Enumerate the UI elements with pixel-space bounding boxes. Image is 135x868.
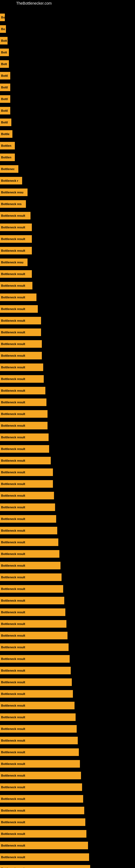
- bar: Bottleneck result: [0, 503, 55, 511]
- bar-label: Bottleneck result: [1, 471, 25, 474]
- bar-item: Bottleneck result: [0, 817, 135, 827]
- bar-label: Bottl: [1, 121, 8, 124]
- bar-label: Bottleneck result: [1, 272, 25, 276]
- bar-label: Bottleneck result: [1, 436, 25, 439]
- bar-label: Bottlen: [1, 156, 11, 159]
- bar-item: Bottleneck result: [0, 782, 135, 792]
- bar-item: Bottleneck result: [0, 304, 135, 314]
- bar-item: Bo: [0, 12, 135, 23]
- bar: Bottleneck result: [0, 772, 81, 779]
- bar-item: Bottleneck result: [0, 560, 135, 571]
- bar: Bottleneck result: [0, 375, 44, 383]
- bar-item: Bottleneck result: [0, 479, 135, 489]
- bar: Bottl: [0, 84, 10, 91]
- bar-item: Bottleneck result: [0, 840, 135, 850]
- bar-item: Bottleneck result: [0, 759, 135, 769]
- bar-item: Bottleneck result: [0, 444, 135, 454]
- bar-item: Bottleneck result: [0, 770, 135, 781]
- bar-item: Bottleneck result: [0, 630, 135, 641]
- bar-item: Bottleneck result: [0, 595, 135, 606]
- bar: Bottleneck result: [0, 538, 58, 546]
- bar: Bottleneck result: [0, 585, 63, 593]
- bar: Bottleneck result: [0, 725, 77, 733]
- bar-item: Bottlenec: [0, 164, 135, 174]
- bar: Bottleneck result: [0, 527, 57, 534]
- bar-item: Bottleneck result: [0, 222, 135, 232]
- bar: Bottl: [0, 107, 10, 115]
- bar: Bottleneck result: [0, 433, 49, 441]
- bar-label: Bottl: [1, 86, 8, 89]
- bar: Bottleneck result: [0, 865, 90, 868]
- bar-item: Bottleneck result: [0, 654, 135, 664]
- bar-item: Bo: [0, 24, 135, 34]
- bar: Bottleneck result: [0, 223, 32, 231]
- bar: Bottleneck result: [0, 713, 76, 721]
- bar-item: Bottleneck result: [0, 362, 135, 372]
- bar-item: Bottleneck result: [0, 735, 135, 746]
- bar-label: Bottleneck result: [1, 681, 25, 684]
- bar-item: Bottleneck resu: [0, 257, 135, 268]
- bar-label: Bottleneck result: [1, 646, 25, 649]
- bar: Bottleneck result: [0, 597, 64, 604]
- bar: Bottleneck result: [0, 842, 88, 849]
- bar-label: Bottleneck result: [1, 389, 25, 392]
- bar-item: Bott: [0, 59, 135, 69]
- bar-label: Bottleneck result: [1, 797, 25, 801]
- bar: Bottleneck result: [0, 620, 66, 628]
- bar-label: Bottleneck result: [1, 564, 25, 567]
- bar-label: Bottleneck result: [1, 482, 25, 486]
- bar-label: Bottleneck result: [1, 716, 25, 719]
- bar-item: Bottleneck result: [0, 421, 135, 431]
- bar-label: Bottleneck result: [1, 704, 25, 707]
- bar: Bottleneck result: [0, 748, 79, 756]
- bar: Bottleneck result: [0, 632, 68, 639]
- bar-label: Bottleneck result: [1, 587, 25, 590]
- bar-label: Bo: [1, 27, 5, 31]
- bar: Bottleneck result: [0, 468, 53, 476]
- bar-item: Bottleneck result: [0, 677, 135, 687]
- bar-item: Bottleneck result: [0, 409, 135, 419]
- bar-label: Bottleneck result: [1, 214, 25, 217]
- bar-label: Bottleneck resu: [1, 261, 24, 264]
- bar-item: Bottleneck result: [0, 397, 135, 407]
- bar-item: Bottl: [0, 105, 135, 116]
- bar-label: Bottleneck result: [1, 459, 25, 462]
- bar-item: Bottleneck result: [0, 456, 135, 466]
- bar: Bottleneck result: [0, 235, 32, 243]
- bar-item: Bottleneck result: [0, 537, 135, 547]
- bar-label: Bottleneck result: [1, 844, 25, 847]
- bar: Bottleneck result: [0, 247, 32, 254]
- bar-label: Bottleneck result: [1, 506, 25, 509]
- bar: Bottleneck result: [0, 737, 78, 744]
- bar-item: Bottleneck result: [0, 572, 135, 582]
- bar-label: Bottleneck resu: [1, 191, 24, 194]
- bar-item: Bottleneck result: [0, 350, 135, 361]
- bar: Bottleneck result: [0, 387, 45, 394]
- bar-item: Bottl: [0, 117, 135, 127]
- bar-label: Bottlenec: [1, 167, 14, 170]
- bar-item: Bottle: [0, 129, 135, 139]
- bar: Bottleneck res: [0, 200, 26, 208]
- bar-label: Bottleneck result: [1, 611, 25, 614]
- bar-item: Bottleneck result: [0, 385, 135, 396]
- bar-item: Bottleneck res: [0, 199, 135, 209]
- site-title: TheBottlenecker.com: [16, 1, 52, 5]
- bar-label: Bottleneck result: [1, 319, 25, 322]
- bar: Bottleneck result: [0, 399, 46, 406]
- bar: Bo: [0, 25, 6, 33]
- bar-label: Bottleneck result: [1, 377, 25, 380]
- bar-item: Bottleneck result: [0, 747, 135, 757]
- bar-item: Bottleneck result: [0, 514, 135, 524]
- bar-item: Bottleneck result: [0, 211, 135, 221]
- bar-item: Bottleneck result: [0, 490, 135, 501]
- bar: Bottleneck r: [0, 177, 22, 184]
- bar-item: Bottleneck result: [0, 432, 135, 442]
- bar-label: Bott: [1, 39, 7, 42]
- bar: Bottleneck result: [0, 212, 31, 219]
- bar-label: Bott: [1, 51, 7, 54]
- bar-label: Bottleneck result: [1, 331, 25, 334]
- bar-item: Bottleneck result: [0, 269, 135, 279]
- bar-item: Bottleneck result: [0, 712, 135, 722]
- bar: Bottleneck result: [0, 445, 49, 453]
- bar: Bottleneck result: [0, 340, 42, 348]
